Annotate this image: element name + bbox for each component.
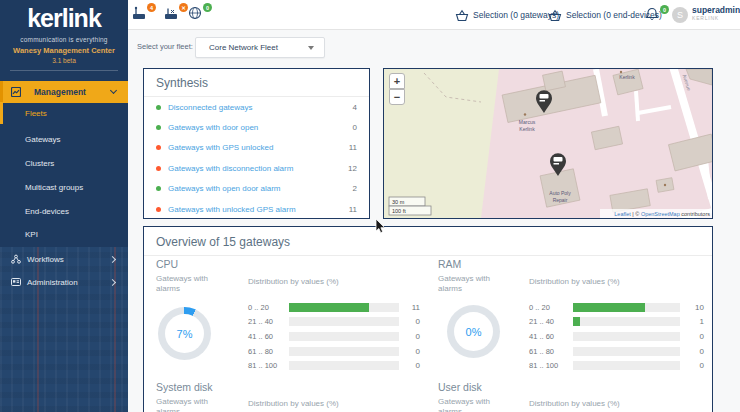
sidebar-item-workflows[interactable]: Workflows	[0, 248, 128, 270]
system-disk-section-title: System disk	[156, 381, 213, 393]
sidebar-item-management[interactable]: Management	[0, 81, 128, 103]
system-disk-gauge-caption: Gateways withalarms	[156, 397, 208, 412]
cpu-gauge-caption: Gateways withalarms	[156, 274, 208, 293]
synthesis-link[interactable]: Gateways with GPS unlocked	[168, 143, 273, 152]
network-badge: 0	[203, 3, 212, 12]
basket-icon	[455, 9, 469, 22]
network-globe-icon[interactable]: 0	[188, 5, 210, 25]
sidebar-item-kpi[interactable]: KPI	[0, 223, 128, 245]
sidebar-item-administration[interactable]: Administration	[0, 271, 128, 293]
bar-track	[573, 347, 680, 356]
bar-track	[573, 332, 680, 341]
dist-row: 61 .. 80 0	[248, 344, 420, 359]
sidebar-item-gateways[interactable]: Gateways	[0, 128, 128, 150]
wanesy-management-center: kerlink communication is everything Wane…	[0, 0, 740, 412]
gateways-disconnected-icon[interactable]: ✕	[164, 5, 186, 25]
synthesis-row: Disconnected gateways 4	[144, 97, 369, 117]
dist-row: 21 .. 40 1	[529, 315, 704, 330]
workflow-icon	[11, 254, 21, 264]
user-disk-dist-caption: Distribution by values (%)	[529, 399, 620, 409]
status-dot	[156, 145, 161, 150]
ram-distribution: 0 .. 20 10 21 .. 40 1 41 .. 60 0 61 .. 8…	[529, 300, 704, 373]
map-label-auto-poly: Repair	[553, 197, 568, 203]
cpu-gauge: 7%	[158, 307, 211, 360]
synthesis-link[interactable]: Gateways with unlocked GPS alarm	[168, 205, 296, 214]
bar-fill	[573, 303, 645, 312]
map-label-kerlink: Kerlink	[619, 74, 635, 80]
sidebar-item-clusters[interactable]: Clusters	[0, 152, 128, 174]
avatar[interactable]: S	[672, 7, 688, 23]
logo-tagline: communication is everything	[0, 36, 128, 43]
synthesis-link[interactable]: Disconnected gateways	[168, 103, 253, 112]
osm-link[interactable]: OpenStreetMap	[641, 211, 680, 217]
dist-row: 41 .. 60 0	[529, 329, 704, 344]
synthesis-row: Gateways with disconnection alarm 12	[144, 158, 369, 178]
bar-track	[573, 317, 680, 326]
synthesis-value: 2	[353, 184, 357, 193]
map-attribution: Leaflet | © OpenStreetMap contributors	[614, 211, 710, 217]
fleet-select[interactable]: Core Network Fleet	[195, 37, 325, 58]
map-panel[interactable]: Kerlink Marcus Kerlink Auto Poly Repair …	[383, 68, 713, 219]
synthesis-link[interactable]: Gateways with disconnection alarm	[168, 164, 293, 173]
gateway-alarm-badge: ✕	[179, 3, 188, 12]
leaflet-map[interactable]: Kerlink Marcus Kerlink Auto Poly Repair …	[384, 69, 712, 218]
cpu-distribution: 0 .. 20 11 21 .. 40 0 41 .. 60 0 61 .. 8…	[248, 300, 420, 373]
fleet-select-value: Core Network Fleet	[209, 43, 278, 52]
bar-fill	[573, 317, 580, 326]
basket-icon	[548, 9, 562, 22]
notifications-bell-icon[interactable]: 0	[645, 7, 667, 27]
dist-row: 21 .. 40 0	[248, 315, 420, 330]
synthesis-value: 0	[353, 123, 357, 132]
selection-gateways-button[interactable]: Selection (0 gateways)	[455, 0, 559, 30]
bar-fill	[289, 303, 369, 312]
bar-track	[289, 303, 399, 312]
ram-gauge-caption: Gateways withalarms	[438, 274, 490, 293]
bar-track	[573, 303, 680, 312]
svg-text:100 ft: 100 ft	[392, 208, 406, 214]
synthesis-row: Gateways with open door alarm 2	[144, 179, 369, 199]
chevron-down-icon	[308, 46, 314, 50]
gateway-badge: 4	[147, 3, 156, 12]
app-name: Wanesy Management Center	[0, 46, 128, 55]
gateways-connected-icon[interactable]: 4	[132, 5, 154, 25]
status-dot	[156, 186, 161, 191]
sidebar-item-multicast-groups[interactable]: Multicast groups	[0, 176, 128, 198]
status-dot	[156, 105, 161, 110]
bar-track	[573, 361, 680, 370]
bar-track	[289, 361, 399, 370]
synthesis-value: 12	[348, 164, 357, 173]
ram-gauge: 0%	[447, 305, 500, 358]
mouse-cursor	[375, 219, 387, 239]
fleet-select-label: Select your fleet:	[137, 42, 193, 51]
user-name: superadmin	[692, 6, 740, 15]
sidebar-item-end-devices[interactable]: End-devices	[0, 200, 128, 222]
map-label-poi: Marcus	[519, 119, 536, 125]
kerlink-logo: kerlink	[0, 4, 128, 33]
status-dot	[156, 207, 161, 212]
chevron-down-icon	[110, 87, 117, 94]
notifications-badge: 0	[660, 5, 669, 14]
svg-text:30 m: 30 m	[392, 199, 405, 205]
synthesis-row: Gateways with GPS unlocked 11	[144, 138, 369, 158]
synthesis-link[interactable]: Gateways with door open	[168, 123, 258, 132]
synthesis-row: Gateways with unlocked GPS alarm 11	[144, 199, 369, 219]
synthesis-row: Gateways with door open 0	[144, 117, 369, 137]
map-zoom-in-button[interactable]: +	[389, 73, 405, 89]
dist-row: 0 .. 20 11	[248, 300, 420, 315]
map-zoom-out-button[interactable]: −	[389, 89, 405, 105]
sidebar: kerlink communication is everything Wane…	[0, 0, 128, 412]
dist-row: 81 .. 100 0	[529, 358, 704, 373]
app-version: 3.1 beta	[0, 57, 128, 64]
synthesis-value: 11	[349, 205, 357, 214]
sidebar-item-fleets[interactable]: Fleets	[0, 102, 128, 124]
dist-row: 41 .. 60 0	[248, 329, 420, 344]
synthesis-rows: Disconnected gateways 4 Gateways with do…	[144, 97, 369, 219]
bar-track	[289, 347, 399, 356]
leaflet-link[interactable]: Leaflet	[614, 211, 631, 217]
synthesis-link[interactable]: Gateways with open door alarm	[168, 184, 281, 193]
status-dot	[156, 166, 161, 171]
map-scale: 30 m 100 ft	[389, 197, 431, 215]
cpu-gauge-value: 7%	[158, 307, 211, 360]
user-menu[interactable]: superadmin KERLINK	[692, 6, 740, 21]
topbar: 4 ✕ 0 Selection (0 gateways) Selection (…	[128, 0, 740, 30]
